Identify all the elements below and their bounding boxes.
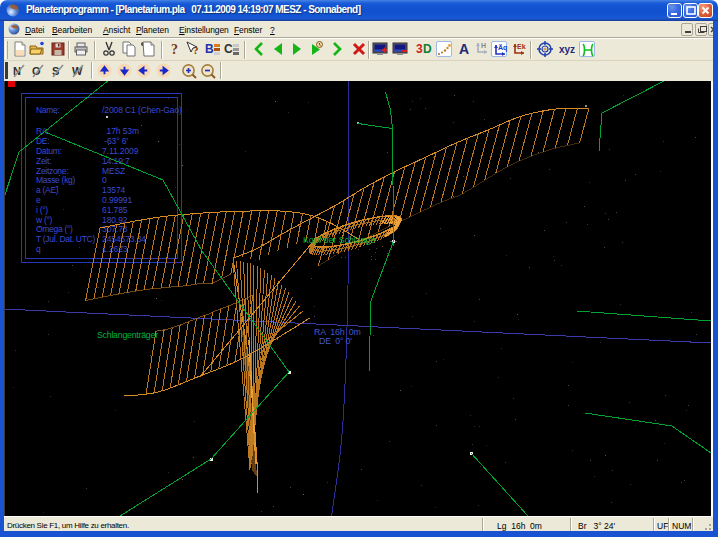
svg-text:i (°): i (°) xyxy=(36,205,48,215)
svg-text:0: 0 xyxy=(102,175,107,185)
svg-text:17h 53m: 17h 53m xyxy=(102,126,139,136)
svg-text:Ek: Ek xyxy=(517,43,526,50)
svg-text:7.11.2009: 7.11.2009 xyxy=(102,146,139,156)
svg-text:/2008 C1 (Chen-Gao): /2008 C1 (Chen-Gao) xyxy=(102,105,182,115)
svg-text:Datum:: Datum: xyxy=(36,146,62,156)
svg-text:DE 0° 0': DE 0° 0' xyxy=(319,336,352,346)
svg-text:MESZ: MESZ xyxy=(102,166,125,176)
svg-text:DE:: DE: xyxy=(36,136,49,146)
svg-text:61.785: 61.785 xyxy=(102,205,128,215)
svg-text:H: H xyxy=(481,42,486,49)
svg-text:D: D xyxy=(423,42,432,56)
svg-text:A: A xyxy=(459,41,469,57)
svg-text:1.2623: 1.2623 xyxy=(102,244,128,254)
svg-text:T (Jul. Dat. UTC): T (Jul. Dat. UTC) xyxy=(36,234,95,244)
svg-text:Schlangenträger: Schlangenträger xyxy=(97,330,158,340)
svg-text:Äq: Äq xyxy=(498,44,507,52)
svg-text:w (°): w (°) xyxy=(35,215,53,225)
svg-text:Masse (kg): Masse (kg) xyxy=(36,175,76,185)
svg-text:Omega (°): Omega (°) xyxy=(36,224,73,234)
svg-text:C: C xyxy=(224,42,233,56)
svg-text:O: O xyxy=(32,65,41,77)
svg-text:Name:: Name: xyxy=(36,105,60,115)
svg-text:a (AE): a (AE) xyxy=(36,185,59,195)
svg-text:-63° 6': -63° 6' xyxy=(102,136,128,146)
svg-text:B: B xyxy=(205,42,214,56)
svg-text:0.99991: 0.99991 xyxy=(102,195,132,205)
svg-text:Zeit:: Zeit: xyxy=(36,156,51,166)
svg-text:?: ? xyxy=(193,44,199,56)
svg-text:?: ? xyxy=(171,42,178,57)
svg-text:RA:: RA: xyxy=(36,126,49,136)
svg-text:Kopf der Schlange: Kopf der Schlange xyxy=(303,235,375,245)
svg-text:e: e xyxy=(36,195,41,205)
svg-text:Zeitzone:: Zeitzone: xyxy=(36,166,68,176)
svg-text:3: 3 xyxy=(416,42,423,56)
svg-text:2454573.34: 2454573.34 xyxy=(102,234,146,244)
svg-text:xyz: xyz xyxy=(559,44,575,55)
svg-text:q: q xyxy=(36,244,41,254)
svg-text:13574: 13574 xyxy=(102,185,126,195)
